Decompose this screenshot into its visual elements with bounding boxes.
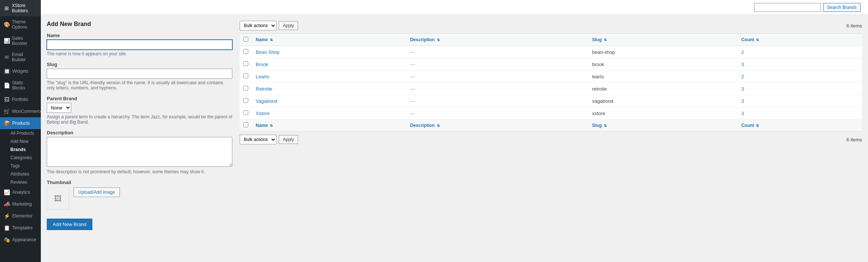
table-row: Learts — learts 2 <box>240 71 862 83</box>
description-hint: The description is not prominent by defa… <box>47 169 232 174</box>
row-count-cell: 3 <box>737 107 862 119</box>
sidebar-item-sales-booster[interactable]: 📊 Sales Booster <box>0 33 41 49</box>
sidebar-sub-add-new[interactable]: Add New <box>0 137 41 145</box>
footer-count[interactable]: Count ⇅ <box>737 119 862 132</box>
sidebar-sub-all-products[interactable]: All Products <box>0 129 41 137</box>
row-count-link[interactable]: 3 <box>741 98 744 104</box>
main-content: Search Brands Add New Brand Name The nam… <box>41 0 868 262</box>
slug-hint: The "slug" is the URL-friendly version o… <box>47 80 232 91</box>
table-row: Retrolie — retrolie 3 <box>240 83 862 95</box>
templates-icon: 📋 <box>4 225 10 231</box>
row-count-link[interactable]: 2 <box>741 49 744 55</box>
sidebar-item-analytics[interactable]: 📈 Analytics <box>0 186 41 198</box>
bulk-actions-select-bottom[interactable]: Bulk actions <box>240 135 276 144</box>
row-description: — <box>410 62 415 67</box>
row-description: — <box>410 111 415 116</box>
brand-name-link[interactable]: Xstore <box>256 111 270 116</box>
table-header-row: Name ⇅ Description ⇅ Slug ⇅ Count <box>240 34 862 46</box>
slug-label: Slug <box>47 62 232 67</box>
search-brands-input[interactable] <box>754 3 821 12</box>
sidebar-item-woocommerce[interactable]: 🛒 WooCommerce <box>0 105 41 117</box>
row-checkbox-cell <box>240 107 252 119</box>
row-checkbox[interactable] <box>243 98 248 103</box>
footer-name[interactable]: Name ⇅ <box>252 119 406 132</box>
row-count-cell: 3 <box>737 58 862 71</box>
header-slug[interactable]: Slug ⇅ <box>589 34 738 46</box>
sidebar-item-portfolio[interactable]: 🖼 Portfolio <box>0 94 41 105</box>
header-description[interactable]: Description ⇅ <box>406 34 588 46</box>
parent-select[interactable]: None <box>47 103 71 113</box>
sidebar-sub-attributes[interactable]: Attributes <box>0 170 41 178</box>
row-description-cell: — <box>406 107 588 119</box>
name-input[interactable] <box>47 40 232 50</box>
description-input[interactable] <box>47 137 232 167</box>
item-count-top: 6 items <box>846 23 862 29</box>
apply-button-bottom[interactable]: Apply <box>279 135 298 144</box>
row-count-link[interactable]: 3 <box>741 111 744 116</box>
footer-count-sort-icon: ⇅ <box>756 124 759 128</box>
sidebar-sub-brands[interactable]: Brands <box>0 145 41 154</box>
sidebar-item-elementor[interactable]: ⚡ Elementor <box>0 210 41 222</box>
sidebar-item-appearance[interactable]: 🎭 Appearance <box>0 234 41 246</box>
row-checkbox[interactable] <box>243 86 248 91</box>
sidebar-sub-tags[interactable]: Tags <box>0 162 41 170</box>
sidebar-item-email-builder[interactable]: ✉ Email Builder <box>0 49 41 65</box>
row-checkbox-cell <box>240 83 252 95</box>
table-row: Xstore — xstore 3 <box>240 107 862 119</box>
brand-name-link[interactable]: Learts <box>256 74 269 79</box>
sidebar-item-marketing[interactable]: 📣 Marketing <box>0 198 41 210</box>
select-all-footer-checkbox[interactable] <box>243 122 248 127</box>
row-slug-cell: bean-shop <box>589 46 738 58</box>
row-slug-cell: retrolie <box>589 83 738 95</box>
footer-slug[interactable]: Slug ⇅ <box>589 119 738 132</box>
row-checkbox[interactable] <box>243 110 248 115</box>
add-new-brand-button[interactable]: Add New Brand <box>47 219 92 230</box>
row-slug: xstore <box>592 111 605 116</box>
row-name-cell: Learts <box>252 71 406 83</box>
row-checkbox[interactable] <box>243 73 248 78</box>
search-brands-button[interactable]: Search Brands <box>823 3 861 12</box>
row-checkbox[interactable] <box>243 49 248 54</box>
sidebar-item-products[interactable]: 📦 Products <box>0 117 41 129</box>
sidebar-item-xstore-builders[interactable]: ⊞ XStore Builders <box>0 0 41 16</box>
row-count-link[interactable]: 3 <box>741 86 744 92</box>
row-checkbox[interactable] <box>243 61 248 66</box>
footer-description-sort-icon: ⇅ <box>437 124 440 128</box>
sales-booster-icon: 📊 <box>4 38 10 44</box>
row-slug: retrolie <box>592 86 607 92</box>
table-body: Bean Shop — bean-shop 2 Brook — brook <box>240 46 862 119</box>
thumbnail-field: Thumbnail 🖼 Upload/Add image <box>47 180 232 210</box>
header-name[interactable]: Name ⇅ <box>252 34 406 46</box>
brand-name-link[interactable]: Retrolie <box>256 86 272 92</box>
name-sort-icon: ⇅ <box>270 38 273 42</box>
footer-checkbox-col <box>240 119 252 132</box>
brand-name-link[interactable]: Brook <box>256 62 268 67</box>
sidebar-sub-reviews[interactable]: Reviews <box>0 178 41 186</box>
apply-button-top[interactable]: Apply <box>279 21 298 30</box>
header-checkbox-col <box>240 34 252 46</box>
brand-name-link[interactable]: Vagabond <box>256 98 277 104</box>
brand-name-link[interactable]: Bean Shop <box>256 49 279 55</box>
sidebar-item-theme-options[interactable]: 🎨 Theme Options <box>0 16 41 33</box>
sidebar-item-templates[interactable]: 📋 Templates <box>0 222 41 234</box>
bulk-left-top: Bulk actions Apply <box>240 21 298 30</box>
select-all-checkbox[interactable] <box>243 37 248 42</box>
footer-description[interactable]: Description ⇅ <box>406 119 588 132</box>
footer-slug-sort-icon: ⇅ <box>604 124 607 128</box>
email-builder-icon: ✉ <box>4 54 10 60</box>
row-count-cell: 3 <box>737 95 862 107</box>
row-description-cell: — <box>406 95 588 107</box>
row-count-link[interactable]: 3 <box>741 62 744 67</box>
row-count-link[interactable]: 2 <box>741 74 744 79</box>
sidebar-sub-categories[interactable]: Categories <box>0 154 41 162</box>
upload-image-button[interactable]: Upload/Add image <box>73 187 120 197</box>
row-name-cell: Retrolie <box>252 83 406 95</box>
row-checkbox-cell <box>240 71 252 83</box>
slug-input[interactable] <box>47 69 232 79</box>
header-count[interactable]: Count ⇅ <box>737 34 862 46</box>
sidebar-item-widgets[interactable]: 🔲 Widgets <box>0 65 41 77</box>
sidebar-item-static-blocks[interactable]: 📄 Static Blocks <box>0 77 41 94</box>
xstore-builders-icon: ⊞ <box>4 5 10 11</box>
bulk-actions-select-top[interactable]: Bulk actions <box>240 21 276 30</box>
row-name-cell: Vagabond <box>252 95 406 107</box>
